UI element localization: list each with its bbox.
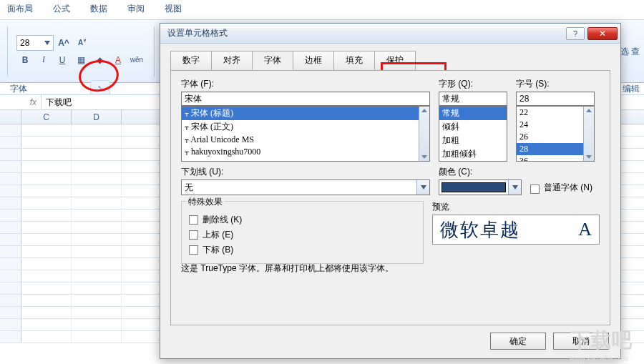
close-button[interactable]: ✕ xyxy=(587,27,618,40)
separator xyxy=(154,26,155,77)
font-option[interactable]: hakuyoxingshu7000 xyxy=(191,147,260,157)
scrollbar[interactable] xyxy=(583,107,594,161)
normal-font-label: 普通字体 (N) xyxy=(544,182,592,194)
font-size-value: 28 xyxy=(20,38,29,48)
tab-fill[interactable]: 填充 xyxy=(333,51,375,70)
bold-icon[interactable]: B xyxy=(16,52,34,68)
increase-font-icon[interactable]: A^ xyxy=(55,35,72,51)
chevron-down-icon[interactable] xyxy=(508,180,521,195)
ribbon-tab-view[interactable]: 视图 xyxy=(165,3,182,15)
underline-icon[interactable]: U xyxy=(54,52,71,68)
label-underline: 下划线 (U): xyxy=(181,166,430,178)
font-input[interactable]: 宋体 xyxy=(181,92,430,106)
style-input[interactable]: 常规 xyxy=(439,92,507,106)
color-dropdown[interactable] xyxy=(439,179,522,195)
label-color: 颜色 (C): xyxy=(439,166,522,178)
col-header-c[interactable]: C xyxy=(21,110,72,124)
tab-number[interactable]: 数字 xyxy=(170,51,212,70)
scrollbar[interactable] xyxy=(419,107,429,161)
dialog-launcher-icon[interactable]: ⤡ xyxy=(90,80,110,96)
description-text: 这是 TrueType 字体。屏幕和打印机上都将使用该字体。 xyxy=(181,262,394,275)
label-effects: 特殊效果 xyxy=(186,196,225,208)
separator xyxy=(7,26,8,77)
underline-dropdown[interactable]: 无 xyxy=(181,179,430,195)
font-option[interactable]: 宋体 (正文) xyxy=(191,122,233,132)
col-header-d[interactable]: D xyxy=(72,110,122,124)
ribbon-group-label: 字体 xyxy=(10,83,27,95)
label-preview: 预览 xyxy=(432,201,600,213)
cancel-button[interactable]: 取消 xyxy=(553,333,609,350)
label-font: 字体 (F): xyxy=(181,78,430,90)
size-option[interactable]: 36 xyxy=(517,155,594,162)
chevron-down-icon[interactable] xyxy=(416,180,429,195)
font-listbox[interactable]: ᴛ 宋体 (标题) ᴛ 宋体 (正文) ᴛ Arial Unicode MS ᴛ… xyxy=(181,106,430,162)
size-option[interactable]: 28 xyxy=(517,143,594,155)
preview-box: 微软卓越 A xyxy=(432,215,600,245)
style-option[interactable]: 加粗 xyxy=(439,134,507,147)
chevron-down-icon xyxy=(44,41,50,45)
ribbon-tab-review[interactable]: 审阅 xyxy=(127,3,145,15)
strike-checkbox[interactable] xyxy=(189,215,198,225)
size-option[interactable]: 24 xyxy=(517,119,594,131)
format-cells-dialog: 设置单元格格式 ? ✕ 数字 对齐 字体 边框 填充 保护 字体 (F): 宋体… xyxy=(160,23,621,359)
dialog-title: 设置单元格格式 xyxy=(167,27,228,39)
decrease-font-icon[interactable]: A˅ xyxy=(74,35,91,51)
label-size: 字号 (S): xyxy=(516,78,595,90)
size-option[interactable]: 22 xyxy=(517,107,594,119)
ribbon-tab-pagelayout[interactable]: 面布局 xyxy=(7,3,33,15)
ok-button[interactable]: 确定 xyxy=(490,333,546,350)
strike-label: 删除线 (K) xyxy=(203,214,242,226)
font-option[interactable]: SimSun-ExtB xyxy=(191,159,239,162)
preview-sample: A xyxy=(578,219,592,240)
ribbon-tab-data[interactable]: 数据 xyxy=(90,3,107,15)
size-listbox[interactable]: 22 24 26 28 36 48 xyxy=(516,106,595,162)
fill-color-icon[interactable]: ◆ xyxy=(91,52,108,68)
style-listbox[interactable]: 常规 倾斜 加粗 加粗倾斜 xyxy=(439,106,507,162)
font-size-combo[interactable]: 28 xyxy=(16,35,54,51)
style-option[interactable]: 倾斜 xyxy=(439,120,507,134)
superscript-checkbox[interactable] xyxy=(189,230,198,240)
ribbon-tab-formulas[interactable]: 公式 xyxy=(53,3,70,15)
border-icon[interactable]: ▦ xyxy=(72,52,89,68)
help-button[interactable]: ? xyxy=(566,27,585,40)
label-style: 字形 (Q): xyxy=(439,78,507,90)
tab-alignment[interactable]: 对齐 xyxy=(211,51,253,70)
font-option[interactable]: Arial Unicode MS xyxy=(190,134,254,144)
underline-value: 无 xyxy=(182,182,196,194)
style-option[interactable]: 加粗倾斜 xyxy=(439,147,507,161)
font-color-icon[interactable]: A xyxy=(109,52,127,68)
subscript-label: 下标 (B) xyxy=(203,244,233,256)
size-input[interactable]: 28 xyxy=(516,92,595,106)
phonetic-icon[interactable]: wěn xyxy=(128,52,145,68)
select-all-corner[interactable] xyxy=(0,110,21,124)
color-swatch xyxy=(441,182,506,192)
tab-border[interactable]: 边框 xyxy=(293,51,334,70)
fx-icon[interactable]: fx xyxy=(0,95,42,109)
subscript-checkbox[interactable] xyxy=(189,245,198,255)
row-header[interactable] xyxy=(0,124,21,136)
superscript-label: 上标 (E) xyxy=(203,229,233,241)
italic-icon[interactable]: I xyxy=(35,52,52,68)
tab-protection[interactable]: 保护 xyxy=(374,51,416,70)
size-option[interactable]: 26 xyxy=(517,131,594,143)
preview-text: 微软卓越 xyxy=(440,217,520,242)
normal-font-checkbox[interactable] xyxy=(530,185,540,194)
style-option[interactable]: 常规 xyxy=(439,107,507,120)
tab-font[interactable]: 字体 xyxy=(252,51,293,70)
edit-group-label: 编辑 xyxy=(623,83,640,95)
font-option[interactable]: 宋体 (标题) xyxy=(191,108,233,118)
